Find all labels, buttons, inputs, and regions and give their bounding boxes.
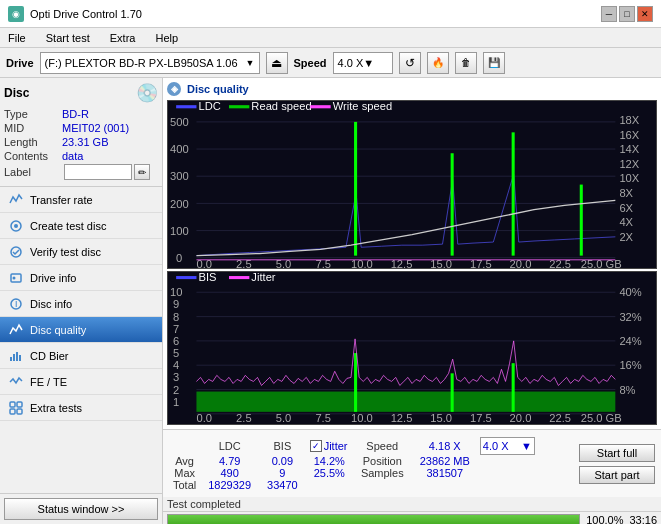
svg-rect-57	[580, 185, 583, 256]
total-row-label: Total	[169, 479, 200, 491]
verify-test-disc-icon	[8, 244, 24, 260]
svg-rect-54	[354, 122, 357, 256]
speed-select-value: 4.0 X	[338, 57, 364, 69]
speed-mode-select[interactable]: 4.0 X ▼	[480, 437, 535, 455]
svg-text:300: 300	[170, 170, 189, 182]
svg-rect-61	[229, 276, 249, 279]
label-edit-button[interactable]: ✏	[134, 164, 150, 180]
fe-te-icon	[8, 374, 24, 390]
nav-cd-bier-label: CD Bier	[30, 350, 69, 362]
quality-title: Disc quality	[187, 83, 249, 95]
svg-text:400: 400	[170, 143, 189, 155]
nav-cd-bier[interactable]: CD Bier	[0, 343, 162, 369]
nav-create-test-disc[interactable]: Create test disc	[0, 213, 162, 239]
stats-table: LDC BIS ✓ Jitter Speed 4.18 X	[169, 437, 537, 491]
close-button[interactable]: ✕	[637, 6, 653, 22]
svg-text:3: 3	[173, 372, 179, 384]
disc-type-label: Type	[4, 108, 62, 120]
disc-panel: Disc 💿 Type BD-R MID MEIT02 (001) Length…	[0, 78, 162, 187]
svg-rect-97	[451, 373, 454, 412]
nav-disc-info[interactable]: i Disc info	[0, 291, 162, 317]
nav-fe-te-label: FE / TE	[30, 376, 67, 388]
svg-text:18X: 18X	[619, 114, 639, 126]
minimize-button[interactable]: ─	[601, 6, 617, 22]
speed-select[interactable]: 4.0 X ▼	[333, 52, 393, 74]
extra-tests-icon	[8, 400, 24, 416]
nav-extra-tests-label: Extra tests	[30, 402, 82, 414]
svg-text:Write speed: Write speed	[333, 101, 392, 112]
disc-mid-value: MEIT02 (001)	[62, 122, 129, 134]
nav-disc-quality-label: Disc quality	[30, 324, 86, 336]
save-button[interactable]: 💾	[483, 52, 505, 74]
speed-mode-value: 4.0 X	[483, 440, 509, 452]
cd-bier-icon	[8, 348, 24, 364]
drive-toolbar: Drive (F:) PLEXTOR BD-R PX-LB950SA 1.06 …	[0, 48, 661, 78]
main-content: Disc 💿 Type BD-R MID MEIT02 (001) Length…	[0, 78, 661, 524]
svg-text:22.5: 22.5	[549, 412, 571, 424]
svg-text:24%: 24%	[619, 335, 641, 347]
start-part-button[interactable]: Start part	[579, 466, 655, 484]
svg-text:BIS: BIS	[199, 272, 217, 283]
nav-fe-te[interactable]: FE / TE	[0, 369, 162, 395]
stats-section: LDC BIS ✓ Jitter Speed 4.18 X	[169, 437, 537, 491]
nav-verify-test-disc[interactable]: Verify test disc	[0, 239, 162, 265]
burn-button[interactable]: 🔥	[427, 52, 449, 74]
menu-starttest[interactable]: Start test	[42, 31, 94, 45]
ldc-col-header: LDC	[200, 437, 259, 455]
nav-disc-quality[interactable]: Disc quality	[0, 317, 162, 343]
menu-help[interactable]: Help	[151, 31, 182, 45]
nav-transfer-rate-label: Transfer rate	[30, 194, 93, 206]
svg-rect-7	[10, 357, 12, 361]
svg-rect-11	[10, 402, 15, 407]
eject-button[interactable]: ⏏	[266, 52, 288, 74]
refresh-button[interactable]: ↺	[399, 52, 421, 74]
status-text-bar: Test completed	[163, 497, 661, 511]
stats-row: LDC BIS ✓ Jitter Speed 4.18 X	[163, 429, 661, 497]
title-bar: ◉ Opti Drive Control 1.70 ─ □ ✕	[0, 0, 661, 28]
svg-rect-8	[13, 354, 15, 361]
samples-value: 381507	[412, 467, 478, 479]
svg-rect-55	[451, 153, 454, 255]
maximize-button[interactable]: □	[619, 6, 635, 22]
nav-items: Transfer rate Create test disc Verify te…	[0, 187, 162, 421]
disc-length-label: Length	[4, 136, 62, 148]
drive-select[interactable]: (F:) PLEXTOR BD-R PX-LB950SA 1.06 ▼	[40, 52, 260, 74]
nav-extra-tests[interactable]: Extra tests	[0, 395, 162, 421]
disc-type-value: BD-R	[62, 108, 89, 120]
create-test-disc-icon	[8, 218, 24, 234]
total-bis: 33470	[259, 479, 306, 491]
nav-disc-info-label: Disc info	[30, 298, 72, 310]
menu-file[interactable]: File	[4, 31, 30, 45]
svg-rect-95	[196, 392, 615, 412]
main-area: ◈ Disc quality LDC Read	[163, 78, 661, 524]
svg-text:6X: 6X	[619, 202, 633, 214]
total-jitter	[306, 479, 353, 491]
erase-button[interactable]: 🗑	[455, 52, 477, 74]
window-controls[interactable]: ─ □ ✕	[601, 6, 653, 22]
svg-text:10X: 10X	[619, 172, 639, 184]
disc-label-input[interactable]	[64, 164, 132, 180]
jitter-checkbox[interactable]: ✓	[310, 440, 322, 452]
status-window-button[interactable]: Status window >>	[4, 498, 158, 520]
nav-verify-test-disc-label: Verify test disc	[30, 246, 101, 258]
sidebar: Disc 💿 Type BD-R MID MEIT02 (001) Length…	[0, 78, 163, 524]
svg-text:1: 1	[173, 396, 179, 408]
svg-text:5.0: 5.0	[276, 412, 292, 424]
start-full-button[interactable]: Start full	[579, 444, 655, 462]
drive-select-value: (F:) PLEXTOR BD-R PX-LB950SA 1.06	[45, 57, 238, 69]
menu-extra[interactable]: Extra	[106, 31, 140, 45]
disc-contents-value: data	[62, 150, 83, 162]
bis-col-header: BIS	[259, 437, 306, 455]
svg-point-4	[13, 276, 16, 279]
nav-create-test-disc-label: Create test disc	[30, 220, 106, 232]
nav-drive-info[interactable]: Drive info	[0, 265, 162, 291]
nav-transfer-rate[interactable]: Transfer rate	[0, 187, 162, 213]
speed-value: 4.18 X	[412, 437, 478, 455]
jitter-label: Jitter	[324, 440, 348, 452]
svg-text:7.5: 7.5	[315, 412, 331, 424]
jitter-checkbox-row: ✓ Jitter	[310, 440, 349, 452]
svg-rect-10	[19, 355, 21, 361]
chart-ldc-svg: LDC Read speed Write speed	[168, 101, 656, 268]
svg-text:16%: 16%	[619, 359, 641, 371]
disc-type-row: Type BD-R	[4, 108, 158, 120]
